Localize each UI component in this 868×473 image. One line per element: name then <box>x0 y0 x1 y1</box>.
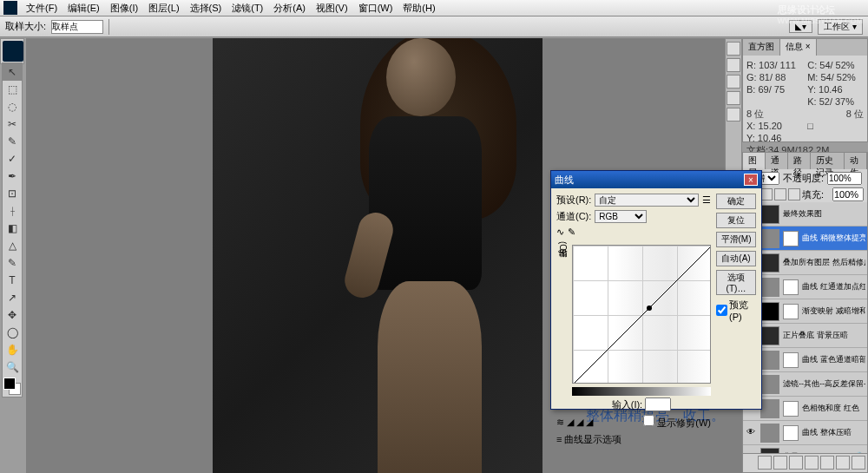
document-canvas[interactable] <box>213 38 542 473</box>
type-tool[interactable]: T <box>3 272 22 289</box>
heal-tool[interactable]: ✓ <box>3 150 22 168</box>
eyedropper-tool[interactable]: ✎ <box>3 133 22 150</box>
layer-mask <box>783 425 799 441</box>
layer-mask-icon[interactable] <box>789 456 803 470</box>
layer-mask <box>783 304 799 319</box>
tab-info[interactable]: 信息 × <box>780 39 817 56</box>
layer-mask <box>783 279 799 295</box>
cancel-button[interactable]: 复位 <box>716 213 756 228</box>
lock-position-icon[interactable] <box>774 188 786 200</box>
layer-row[interactable]: 👁背景🔒 <box>743 445 867 453</box>
options-button[interactable]: 选项(T)… <box>716 270 756 295</box>
close-icon[interactable]: × <box>744 174 758 186</box>
crop-tool[interactable]: ✂ <box>3 115 22 133</box>
collapsed-panels[interactable] <box>725 38 742 177</box>
group-icon[interactable] <box>820 456 834 470</box>
link-layers-icon[interactable] <box>758 456 772 470</box>
layer-thumb <box>760 253 779 273</box>
lock-all-icon[interactable] <box>788 188 800 200</box>
eraser-tool[interactable]: ◧ <box>3 220 22 237</box>
stamp-tool[interactable]: ⊡ <box>3 185 22 202</box>
color-swatch[interactable] <box>3 378 21 395</box>
zoom-tool[interactable]: 🔍 <box>3 358 22 376</box>
eyedropper-white-icon[interactable]: ◢ <box>586 417 593 427</box>
preset-select[interactable]: 自定 <box>595 194 699 207</box>
panel-icon[interactable] <box>727 58 740 72</box>
panel-icon[interactable] <box>727 75 740 89</box>
layer-name: 最终效果图 <box>783 208 865 220</box>
preview-checkbox[interactable]: 预览(P) <box>716 299 756 322</box>
new-layer-icon[interactable] <box>836 456 850 470</box>
layer-row[interactable]: 👁曲线 整体压暗 <box>743 421 867 445</box>
menu-layer[interactable]: 图层(L) <box>143 2 184 15</box>
svg-point-1 <box>647 305 652 311</box>
tab-history[interactable]: 历史记录 <box>811 153 845 169</box>
layer-name: 渐变映射 减暗增和 <box>802 305 865 317</box>
layer-thumb <box>760 278 779 297</box>
gradient-tool[interactable]: △ <box>3 237 22 254</box>
adjustment-layer-icon[interactable] <box>805 456 819 470</box>
tab-actions[interactable]: 动作 <box>845 153 867 169</box>
pen-tool[interactable]: ✎ <box>3 254 22 272</box>
brush-tool[interactable]: ✒ <box>3 168 22 185</box>
info-r: 103/ 111 <box>759 60 796 70</box>
tab-channels[interactable]: 通道 <box>766 153 788 169</box>
delete-layer-icon[interactable] <box>852 456 865 470</box>
menu-window[interactable]: 窗口(W) <box>353 2 398 15</box>
menu-analysis[interactable]: 分析(A) <box>268 2 311 15</box>
shape-tool[interactable]: ✥ <box>3 306 22 324</box>
output-label: 输出(O): <box>556 241 569 411</box>
ok-button[interactable]: 确定 <box>716 194 756 209</box>
menu-file[interactable]: 文件(F) <box>21 2 62 15</box>
menu-view[interactable]: 视图(V) <box>311 2 353 15</box>
menu-image[interactable]: 图像(I) <box>105 2 143 15</box>
eyedropper-gray-icon[interactable]: ◢ <box>576 417 583 427</box>
history-brush-tool[interactable]: ⟊ <box>3 202 22 220</box>
opacity-input[interactable] <box>827 172 862 185</box>
menu-help[interactable]: 帮助(H) <box>398 2 440 15</box>
tab-histogram[interactable]: 直方图 <box>743 39 780 56</box>
preset-menu-icon[interactable]: ☰ <box>702 194 711 206</box>
menu-select[interactable]: 选择(S) <box>185 2 227 15</box>
input-value[interactable] <box>645 397 671 411</box>
curve-pencil-icon[interactable]: ✎ <box>568 227 575 238</box>
layer-mask <box>783 401 799 417</box>
layer-thumb <box>760 351 779 370</box>
curve-options-toggle[interactable]: ≡ 曲线显示选项 <box>556 433 621 446</box>
toolbox: ↖ ⬚ ◌ ✂ ✎ ✓ ✒ ⊡ ⟊ ◧ △ ✎ T ↗ ✥ ◯ ✋ 🔍 <box>2 62 23 397</box>
smooth-button[interactable]: 平滑(M) <box>716 232 756 247</box>
app-dock <box>0 38 24 64</box>
curves-plot[interactable] <box>572 245 711 384</box>
curve-point-icon[interactable]: ∿ <box>556 227 564 238</box>
lasso-tool[interactable]: ◌ <box>3 98 22 115</box>
channel-select[interactable]: RGB <box>595 210 647 223</box>
ps-app-icon[interactable] <box>3 41 23 62</box>
lock-pixels-icon[interactable] <box>760 188 773 200</box>
dialog-titlebar[interactable]: 曲线 × <box>551 171 761 188</box>
panel-icon[interactable] <box>727 91 740 105</box>
layer-name: 正片叠底 背景压暗 <box>783 330 865 341</box>
layer-thumb <box>760 326 779 345</box>
panel-icon[interactable] <box>727 108 740 122</box>
show-clipping-checkbox[interactable]: 显示修剪(W) <box>643 415 711 430</box>
options-bar: 取样大小: ◣▾ 工作区 ▾ <box>0 16 868 37</box>
hand-tool[interactable]: ✋ <box>3 341 22 358</box>
tab-layers[interactable]: 图层 <box>743 153 766 169</box>
panel-icon[interactable] <box>727 42 740 56</box>
fill-input[interactable] <box>832 187 864 201</box>
photo-subject <box>308 38 499 473</box>
menu-filter[interactable]: 滤镜(T) <box>227 2 268 15</box>
move-tool[interactable]: ↖ <box>3 63 22 81</box>
layer-mask <box>783 352 799 368</box>
auto-button[interactable]: 自动(A) <box>716 251 756 266</box>
eyedropper-black-icon[interactable]: ◢ <box>567 417 574 427</box>
layer-style-icon[interactable] <box>773 456 787 470</box>
notes-tool[interactable]: ◯ <box>3 324 22 341</box>
path-tool[interactable]: ↗ <box>3 289 22 306</box>
layer-thumb <box>760 302 779 321</box>
layer-thumb <box>760 205 779 224</box>
marquee-tool[interactable]: ⬚ <box>3 81 22 98</box>
tab-paths[interactable]: 路径 <box>788 153 811 169</box>
menu-edit[interactable]: 编辑(E) <box>62 2 105 15</box>
sample-size-select[interactable] <box>51 20 103 34</box>
